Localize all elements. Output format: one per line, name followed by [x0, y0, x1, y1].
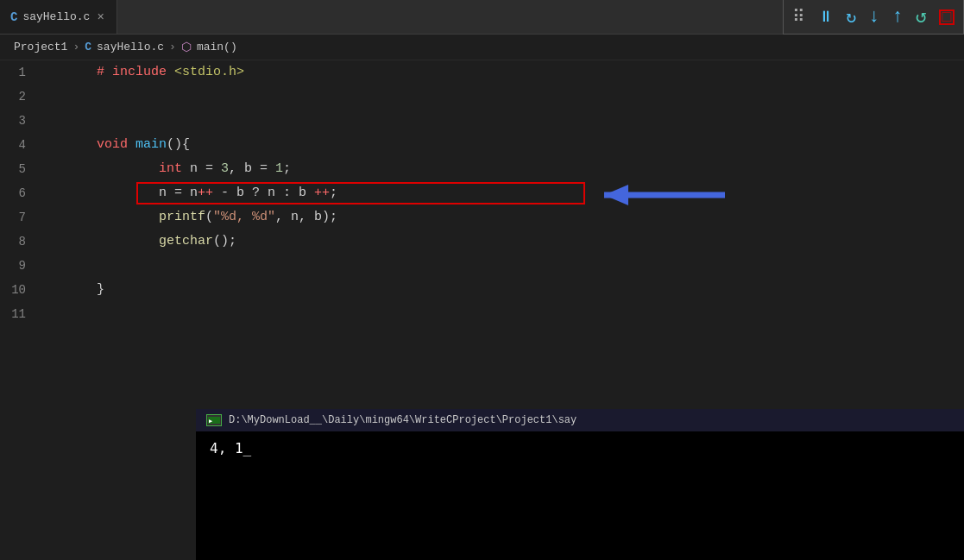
- code-line-10: 10 }: [0, 278, 964, 302]
- terminal-icon: ▶: [206, 414, 222, 426]
- line-number-11: 11: [0, 302, 43, 326]
- code-editor[interactable]: 1 # include <stdio.h> 2 3 4 void main(){…: [0, 60, 964, 326]
- pause-button[interactable]: ⏸: [818, 8, 834, 26]
- step-into-button[interactable]: ↓: [868, 6, 879, 28]
- line-number-6: 6: [0, 181, 43, 205]
- step-out-button[interactable]: ↑: [892, 6, 904, 28]
- terminal-path: D:\MyDownLoad__\Daily\mingw64\WriteCProj…: [229, 414, 577, 426]
- code-line-8: 8 getchar();: [0, 230, 964, 254]
- tab-close-button[interactable]: ×: [95, 10, 105, 24]
- annotation-arrow: [578, 179, 734, 215]
- debug-toolbar: ⠿ ⏸ ↻ ↓ ↑ ↺ □: [783, 0, 964, 35]
- c-language-icon: C: [10, 10, 17, 24]
- line-number-4: 4: [0, 133, 43, 157]
- line-content-1: # include <stdio.h>: [43, 36, 964, 109]
- line-content-10: }: [43, 254, 964, 326]
- line-number-9: 9: [0, 254, 43, 278]
- tab-filename: sayHello.c: [22, 10, 90, 23]
- line-number-2: 2: [0, 85, 43, 109]
- terminal-panel[interactable]: ▶ D:\MyDownLoad__\Daily\mingw64\WriteCPr…: [196, 409, 964, 560]
- svg-marker-1: [604, 185, 628, 205]
- step-over-button[interactable]: ↻: [846, 6, 856, 28]
- grip-icon: ⠿: [792, 6, 806, 28]
- file-tab[interactable]: C sayHello.c ×: [0, 0, 117, 34]
- terminal-output: 4, 1_: [196, 431, 964, 465]
- line-number-10: 10: [0, 278, 43, 302]
- terminal-result: 4, 1_: [210, 440, 251, 456]
- line-number-3: 3: [0, 109, 43, 133]
- line-content-6: n = n++ - b ? n : b ++;: [43, 157, 964, 230]
- code-line-6: 6 n = n++ - b ? n : b ++;: [0, 181, 964, 205]
- line-number-1: 1: [0, 60, 43, 85]
- terminal-titlebar: ▶ D:\MyDownLoad__\Daily\mingw64\WriteCPr…: [196, 409, 964, 431]
- code-line-1: 1 # include <stdio.h>: [0, 60, 964, 85]
- line-number-7: 7: [0, 205, 43, 230]
- restart-button[interactable]: ↺: [916, 5, 927, 28]
- line-number-5: 5: [0, 157, 43, 181]
- line-number-8: 8: [0, 230, 43, 254]
- tab-bar: C sayHello.c × ⠿ ⏸ ↻ ↓ ↑ ↺ □: [0, 0, 964, 35]
- stop-button[interactable]: □: [939, 9, 955, 25]
